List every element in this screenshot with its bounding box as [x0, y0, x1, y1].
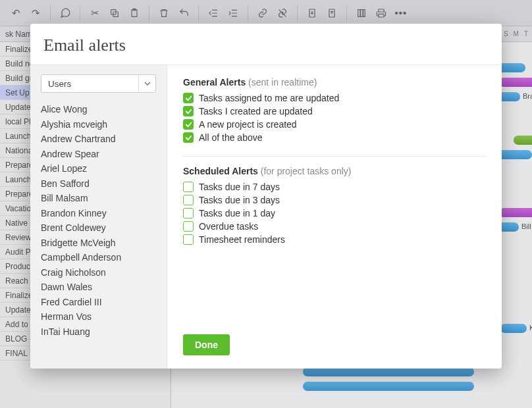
checkbox-icon[interactable]: [183, 208, 194, 218]
checkbox-icon[interactable]: [183, 221, 194, 232]
alert-option-label: Tasks due in 3 days: [199, 195, 280, 205]
chevron-down-icon: [138, 75, 155, 92]
user-item[interactable]: Ariel Lopez: [41, 161, 156, 176]
alerts-panel: General Alerts (sent in realtime) Tasks …: [167, 65, 502, 369]
user-item[interactable]: Craig Nicholson: [41, 265, 156, 280]
alert-option[interactable]: Tasks I created are updated: [183, 105, 486, 118]
alert-option[interactable]: Tasks due in 1 day: [183, 207, 486, 220]
alert-option-label: A new project is created: [199, 119, 297, 130]
user-item[interactable]: Campbell Anderson: [41, 250, 156, 265]
user-item[interactable]: Andrew Spear: [41, 147, 156, 162]
alert-option-label: Tasks due in 1 day: [199, 208, 275, 218]
checkbox-icon[interactable]: [183, 234, 194, 245]
user-item[interactable]: InTai Huang: [41, 324, 156, 340]
checkbox-icon[interactable]: [183, 119, 194, 130]
alert-option-label: Overdue tasks: [199, 221, 258, 232]
user-item[interactable]: Brandon Kinney: [41, 206, 156, 221]
alert-option[interactable]: A new project is created: [183, 118, 486, 131]
checkbox-icon[interactable]: [183, 93, 194, 103]
alert-option-label: Tasks I created are updated: [199, 106, 313, 116]
done-button[interactable]: Done: [183, 334, 230, 355]
alert-option-label: All of the above: [199, 132, 263, 143]
user-item[interactable]: Bill Malsam: [41, 191, 156, 206]
general-alerts-title: General Alerts: [183, 77, 246, 88]
scheduled-alerts-note: (for project tasks only): [261, 166, 352, 176]
users-panel: Users Alice WongAlyshia mcveighAndrew Ch…: [30, 65, 167, 369]
checkbox-icon[interactable]: [183, 132, 194, 143]
alert-option[interactable]: Tasks due in 7 days: [183, 180, 486, 193]
modal-title: Email alerts: [30, 24, 502, 64]
alert-option-label: Timesheet reminders: [199, 234, 285, 245]
user-item[interactable]: Fred Cardiel III: [41, 295, 156, 310]
alert-option[interactable]: Timesheet reminders: [183, 233, 486, 246]
scheduled-alerts-title: Scheduled Alerts: [183, 166, 258, 176]
checkbox-icon[interactable]: [183, 106, 194, 116]
user-item[interactable]: Dawn Wales: [41, 280, 156, 295]
alert-option[interactable]: All of the above: [183, 131, 486, 144]
alert-option[interactable]: Overdue tasks: [183, 220, 486, 233]
user-item[interactable]: Alice Wong: [41, 102, 156, 117]
user-item[interactable]: Bridgette McVeigh: [41, 236, 156, 251]
user-item[interactable]: Alyshia mcveigh: [41, 117, 156, 132]
email-alerts-modal: Email alerts Users Alice WongAlyshia mcv…: [30, 24, 502, 369]
checkbox-icon[interactable]: [183, 195, 194, 205]
users-select-label: Users: [48, 79, 71, 89]
user-list: Alice WongAlyshia mcveighAndrew Chartran…: [41, 102, 156, 339]
users-select[interactable]: Users: [41, 74, 156, 93]
alert-option-label: Tasks due in 7 days: [199, 182, 280, 192]
user-item[interactable]: Ben Safford: [41, 176, 156, 191]
user-item[interactable]: Brent Coldewey: [41, 220, 156, 236]
user-item[interactable]: Herman Vos: [41, 309, 156, 324]
alert-option-label: Tasks assigned to me are updated: [199, 93, 339, 103]
checkbox-icon[interactable]: [183, 182, 194, 192]
user-item[interactable]: Andrew Chartrand: [41, 132, 156, 147]
alert-option[interactable]: Tasks assigned to me are updated: [183, 91, 486, 105]
alert-option[interactable]: Tasks due in 3 days: [183, 193, 486, 207]
